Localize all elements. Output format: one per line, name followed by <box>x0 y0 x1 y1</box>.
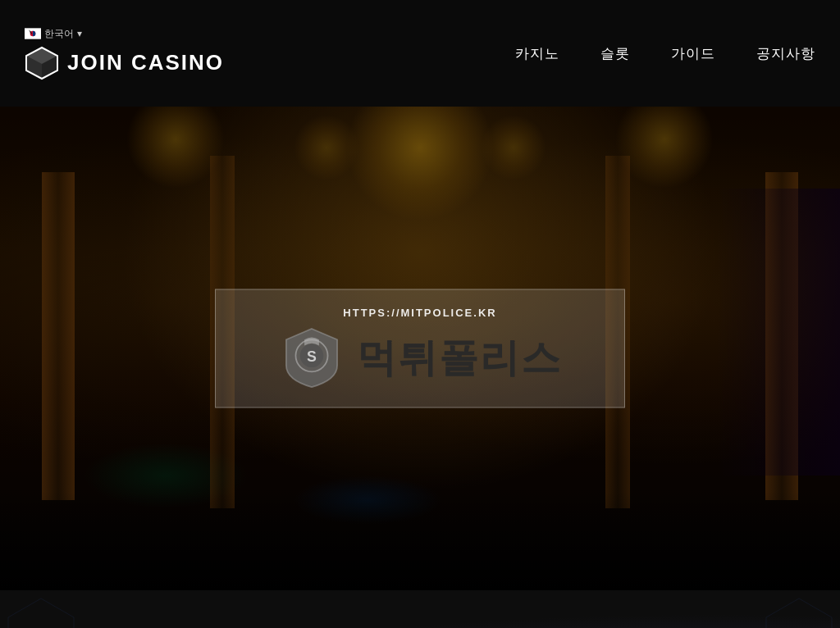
korean-flag-icon <box>25 28 41 39</box>
main-nav: 카지노 슬롯 가이드 공지사항 <box>515 44 815 63</box>
game-list-title: JOIN GAME LIST <box>0 623 840 628</box>
logo-area[interactable]: JOIN CASINO <box>25 46 224 80</box>
header: 한국어 ▾ JOIN CASINO 카지노 슬롯 가이드 공지사항 <box>0 0 840 107</box>
lang-label: 한국어 <box>44 27 74 41</box>
nav-item-notice[interactable]: 공지사항 <box>756 44 815 63</box>
watermark-logo-row: S 먹튀폴리스 <box>249 325 591 391</box>
logo-cube-icon <box>25 46 59 80</box>
logo-text: JOIN CASINO <box>67 50 224 75</box>
bottom-section: JOIN GAME LIST ᐅ Evolution M Microgaming <box>0 590 840 628</box>
svg-text:S: S <box>307 348 317 365</box>
title-join: JOIN <box>314 623 376 628</box>
watermark-shield-icon: S <box>279 325 345 391</box>
hero-section: HTTPS://MITPOLICE.KR S 먹튀폴리스 <box>0 107 840 590</box>
header-left: 한국어 ▾ JOIN CASINO <box>25 27 224 80</box>
title-rest: GAME LIST <box>376 623 526 628</box>
nav-item-slots[interactable]: 슬롯 <box>600 44 630 63</box>
watermark-korean-text: 먹튀폴리스 <box>357 332 562 385</box>
nav-item-guide[interactable]: 가이드 <box>671 44 715 63</box>
watermark-url: HTTPS://MITPOLICE.KR <box>249 307 591 319</box>
nav-item-casino[interactable]: 카지노 <box>515 44 559 63</box>
lang-selector[interactable]: 한국어 ▾ <box>25 27 224 41</box>
lang-arrow: ▾ <box>77 28 82 39</box>
watermark-overlay: HTTPS://MITPOLICE.KR S 먹튀폴리스 <box>215 289 625 408</box>
